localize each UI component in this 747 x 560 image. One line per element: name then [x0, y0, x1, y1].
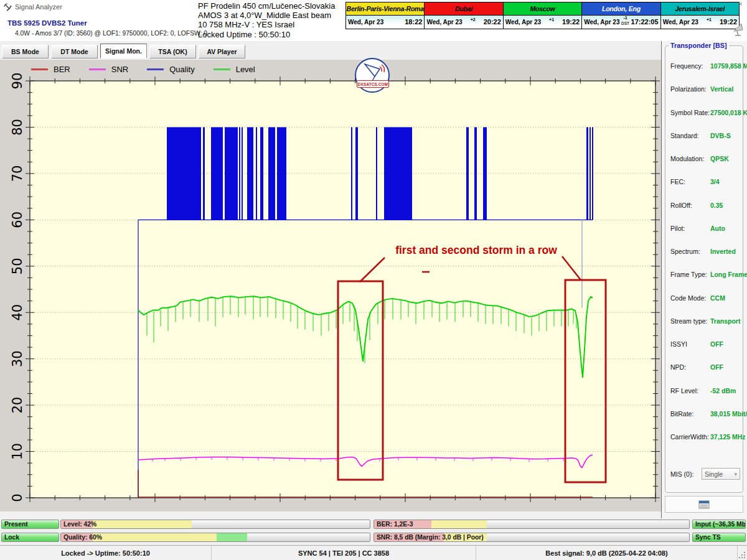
field-value: 27500,018 KS/s: [710, 109, 747, 116]
clock-date: Wed, Apr 23: [584, 19, 619, 26]
statusbar-section-1: Locked -> Uptime: 50:50:10: [0, 546, 212, 560]
clock-time-row: Wed, Apr 23+119:22: [504, 16, 581, 28]
chart-panel: BERSNRQualityLevel 0102030405060708090fi…: [0, 60, 661, 511]
legend-snr: SNR: [89, 65, 128, 74]
field-standard-: Standard:DVB-S: [670, 132, 741, 155]
resize-grip[interactable]: [738, 546, 747, 560]
status-bar: Locked -> Uptime: 50:50:10SYNC 54 | TEI …: [0, 545, 747, 560]
field-spectrum-: Spectrum:Inverted: [670, 248, 741, 271]
svg-text:0: 0: [10, 493, 25, 502]
tab-bs-mode[interactable]: BS Mode: [2, 45, 49, 58]
snr-label: SNR: 8,5 dB (Margin: 3,0 dB | Poor): [377, 533, 484, 542]
tuner-detail: 4.0W - Amos 3/7 (ID: 3560) @ LOF1: 97500…: [15, 30, 207, 37]
signal-meters: Present Lock Level: 42% Quality: 60% BER…: [0, 518, 747, 545]
lock-indicator: Lock: [1, 533, 59, 542]
field-label: Frequency:: [670, 62, 703, 70]
field-value: OFF: [710, 340, 723, 348]
field-value: Auto: [710, 225, 725, 232]
field-label: Modulation:: [670, 155, 704, 162]
field-stream-type-: Stream type:Transport: [670, 317, 741, 340]
legend-label: BER: [54, 65, 70, 74]
transponder-title: Transponder [BS]: [669, 42, 729, 49]
mode-tabs: BS ModeDT ModeSignal Mon.TSA (OK)AV Play…: [0, 41, 661, 60]
transponder-fields: Frequency:10759,858 MHzPolarization:Vert…: [670, 62, 741, 456]
antenna-info-line-1: PF Prodelin 450 cm/Lučenec-Slovakia: [198, 1, 335, 11]
svg-text:70: 70: [10, 166, 25, 182]
field-npd-: NPD:OFF: [670, 363, 741, 386]
quality-segment-2: [93, 533, 217, 541]
sync-ts-label: Sync TS: [695, 533, 721, 542]
transponder-panel: Transponder [BS] Frequency:10759,858 MHz…: [661, 41, 747, 518]
close-icon[interactable]: ×: [738, 0, 743, 9]
svg-text:first and second storm in a ro: first and second storm in a row: [395, 244, 557, 256]
quality-label: Quality: 60%: [63, 533, 102, 542]
svg-text:10: 10: [10, 443, 25, 460]
clock-offset: +2: [471, 20, 476, 24]
field-label: Code Mode:: [670, 294, 706, 302]
signal-analyzer-window: Signal Analyzer TBS 5925 DVBS2 Tuner 4.0…: [0, 0, 747, 560]
field-label: Standard:: [670, 132, 699, 139]
clock-london-eng: London, EngWed, Apr 23-1DST17:22:05: [581, 2, 660, 29]
tab-tsa-ok-[interactable]: TSA (OK): [149, 45, 196, 58]
field-label: Symbol Rate:: [670, 109, 710, 116]
field-value: OFF: [710, 363, 723, 371]
clock-city: Dubai: [425, 2, 502, 16]
level-label: Level: 42%: [63, 520, 96, 529]
field-value: -52 dBm: [710, 387, 736, 394]
clock-date: Wed, Apr 23: [505, 19, 541, 26]
field-value: Vertical: [710, 85, 733, 93]
window-table-icon: [698, 500, 710, 509]
field-value: 3/4: [710, 178, 720, 185]
clock-jerusalem-israel: Jerusalem-IsraelWed, Apr 23+119:22: [660, 2, 739, 29]
dxsatcs-logo-text: DXSATCS.COM: [357, 80, 389, 88]
world-clocks: Berlin-Paris-Vienna-RomaWed, Apr 2318:22…: [345, 2, 740, 29]
field-value: QPSK: [710, 155, 729, 162]
tab-dt-mode[interactable]: DT Mode: [51, 45, 98, 58]
legend-quality: Quality: [147, 65, 194, 74]
present-label: Present: [4, 520, 28, 529]
field-label: Frame Type:: [670, 271, 707, 278]
tab-signal-mon-[interactable]: Signal Mon.: [100, 44, 147, 58]
clock-date: Wed, Apr 23: [426, 19, 462, 26]
antenna-info-line-2: AMOS 3 at 4,0°W_Middle East beam: [198, 11, 335, 20]
field-label: Polarization:: [670, 85, 707, 93]
chart-legend: BERSNRQualityLevel: [31, 65, 255, 74]
svg-text:60: 60: [10, 212, 25, 228]
field-fec-: FEC:3/4: [670, 178, 741, 201]
field-label: BitRate:: [670, 410, 693, 418]
present-indicator: Present: [1, 520, 59, 529]
field-label: RF Level:: [670, 387, 698, 394]
clock-date: Wed, Apr 23: [348, 19, 383, 26]
chevron-down-icon: ▾: [734, 471, 737, 477]
field-label: CarrierWidth:: [670, 433, 709, 441]
quality-meter: Quality: 60%: [60, 533, 370, 542]
transport-stream-button[interactable]: [665, 496, 743, 513]
field-value: 10759,858 MHz: [710, 62, 747, 70]
clock-time: 20:22: [484, 18, 501, 26]
header: Signal Analyzer TBS 5925 DVBS2 Tuner 4.0…: [0, 0, 747, 42]
ber-segment-2: [431, 520, 487, 528]
field-frame-type-: Frame Type:Long Frame: [670, 271, 741, 294]
tab-av-player[interactable]: AV Player: [199, 45, 245, 58]
clock-moscow: MoscowWed, Apr 23+119:22: [503, 2, 581, 29]
statusbar-section-3: Best signal: 9,0 dB (2025-04-22 04:08): [476, 546, 738, 560]
clock-berlin-paris-vienna-roma: Berlin-Paris-Vienna-RomaWed, Apr 2318:22: [346, 2, 424, 29]
field-pilot-: Pilot:Auto: [670, 225, 741, 248]
mis-dropdown[interactable]: Single ▾: [702, 468, 740, 480]
antenna-info-line-4: Locked Uptime : 50:50:10: [198, 30, 335, 39]
clock-time-row: Wed, Apr 23-1DST17:22:05: [582, 16, 660, 28]
field-symbol-rate-: Symbol Rate:27500,018 KS/s: [670, 109, 741, 132]
clock-time-row: Wed, Apr 23+119:22: [661, 16, 739, 28]
tuner-name: TBS 5925 DVBS2 Tuner: [7, 19, 87, 27]
legend-swatch-ber: [31, 68, 48, 70]
app-dish-icon: [4, 2, 12, 14]
lock-label: Lock: [4, 533, 19, 542]
legend-label: SNR: [111, 65, 128, 74]
field-value: Long Frame: [710, 271, 747, 278]
field-value: 0.35: [710, 202, 723, 209]
antenna-info: PF Prodelin 450 cm/Lučenec-SlovakiaAMOS …: [198, 1, 335, 39]
field-value: 38,015 Mbit/s: [710, 410, 747, 418]
field-value: CCM: [710, 294, 725, 302]
field-value: 37,125 MHz: [710, 433, 746, 441]
field-rolloff-: RollOff:0.35: [670, 202, 741, 225]
